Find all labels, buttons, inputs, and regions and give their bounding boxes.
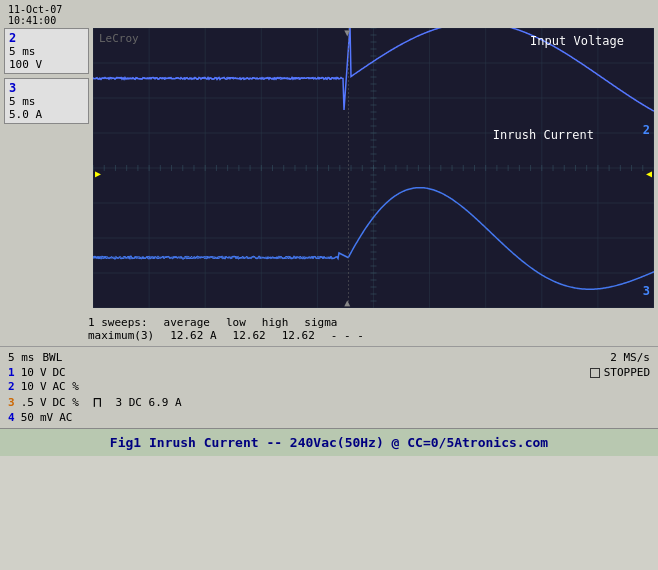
- ch1-unit: V: [40, 366, 47, 379]
- scope-area: 11-Oct-07 10:41:00 2 5 ms 100 V 3 5 ms 5…: [0, 0, 658, 312]
- ch3-volts: .5: [21, 396, 34, 409]
- channel-settings: 1 10 V DC 2 10 V AC % 3 .5 V: [8, 366, 182, 424]
- timebase-value: 5 ms: [8, 351, 35, 364]
- ch2-row: 2 10 V AC %: [8, 380, 182, 393]
- ch2-voltdiv: 100 V: [9, 58, 84, 71]
- square-wave-icon: ⊓: [93, 394, 101, 410]
- max-label: maximum(3): [88, 329, 154, 342]
- controls-area: 5 ms BWL 1 10 V DC 2 10 V AC %: [0, 346, 658, 428]
- ch2-ctrl-num: 2: [8, 380, 15, 393]
- ch3-row: 3 .5 V DC % ⊓ 3 DC 6.9 A: [8, 394, 182, 410]
- stopped-icon: [590, 368, 600, 378]
- sweeps-label: 1 sweeps:: [88, 316, 148, 329]
- ch2-screen-label: 2: [643, 123, 650, 137]
- avg-value: 12.62 A: [170, 329, 216, 342]
- site-label: tronics.com: [462, 435, 548, 450]
- ch4-volts: 50: [21, 411, 34, 424]
- ch3-screen-label: 3: [643, 284, 650, 298]
- waveform-canvas: [93, 28, 654, 308]
- ch4-ctrl-num: 4: [8, 411, 15, 424]
- ch3-unit: V: [40, 396, 47, 409]
- low-value: 12.62: [233, 329, 266, 342]
- status-badge: STOPPED: [590, 366, 650, 379]
- stats-data-row: maximum(3) 12.62 A 12.62 12.62 - - -: [8, 329, 650, 342]
- date: 11-Oct-07: [8, 4, 654, 15]
- stats-header-row: 1 sweeps: average low high sigma: [8, 316, 650, 329]
- trigger-right-arrow: ◀: [646, 168, 652, 179]
- timebase-row: 5 ms BWL: [8, 351, 182, 364]
- ch2-volts: 10: [21, 380, 34, 393]
- caption-bar: Fig1 Inrush Current -- 240Vac(50Hz) @ CC…: [0, 428, 658, 456]
- scope-screen: LeCroy Input Voltage Inrush Current 2 3 …: [93, 28, 654, 308]
- stats-bar: 1 sweeps: average low high sigma maximum…: [0, 312, 658, 346]
- high-value: 12.62: [282, 329, 315, 342]
- brand-label: LeCroy: [99, 32, 139, 45]
- channel-info: 2 5 ms 100 V 3 5 ms 5.0 A: [4, 28, 89, 308]
- sigma-value: - - -: [331, 329, 364, 342]
- ch3-number: 3: [9, 81, 84, 95]
- inrush-label: Inrush Current: [493, 128, 594, 142]
- avg-header: average: [164, 316, 210, 329]
- left-controls: 5 ms BWL 1 10 V DC 2 10 V AC %: [8, 351, 182, 424]
- ch3-ctrl-num: 3: [8, 396, 15, 409]
- main-container: 11-Oct-07 10:41:00 2 5 ms 100 V 3 5 ms 5…: [0, 0, 658, 570]
- ch2-coupling: AC %: [53, 380, 80, 393]
- ch4-coupling: AC: [59, 411, 72, 424]
- ch2-timediv: 5 ms: [9, 45, 84, 58]
- ch3-timediv: 5 ms: [9, 95, 84, 108]
- ch1-num: 1: [8, 366, 15, 379]
- low-header: low: [226, 316, 246, 329]
- ch1-row: 1 10 V DC: [8, 366, 182, 379]
- trigger-left-arrow: ▶: [95, 168, 101, 179]
- high-header: high: [262, 316, 289, 329]
- ch2-number: 2: [9, 31, 84, 45]
- time: 10:41:00: [8, 15, 654, 26]
- status-text: STOPPED: [604, 366, 650, 379]
- ch3-ampdiv: 5.0 A: [9, 108, 84, 121]
- ch4-row: 4 50 mV AC: [8, 411, 182, 424]
- sigma-header: sigma: [304, 316, 337, 329]
- caption-text: Fig1 Inrush Current -- 240Vac(50Hz) @ CC…: [110, 435, 548, 450]
- ch3-coupling: DC %: [53, 396, 80, 409]
- ch3-box: 3 5 ms 5.0 A: [4, 78, 89, 124]
- ch2-box: 2 5 ms 100 V: [4, 28, 89, 74]
- scope-display: 2 5 ms 100 V 3 5 ms 5.0 A LeCroy Input V…: [4, 28, 654, 308]
- input-voltage-label: Input Voltage: [530, 34, 624, 48]
- ch3-dc-value: 3 DC 6.9 A: [115, 396, 181, 409]
- ch1-volts: 10: [21, 366, 34, 379]
- ch1-coupling: DC: [53, 366, 66, 379]
- ch4-unit: mV: [40, 411, 53, 424]
- bwl-label: BWL: [43, 351, 63, 364]
- datetime: 11-Oct-07 10:41:00: [4, 4, 654, 28]
- sample-rate: 2 MS/s: [610, 351, 650, 364]
- caption-main: Fig1 Inrush Current -- 240Vac(50Hz) @ CC…: [110, 435, 462, 450]
- right-controls: 2 MS/s STOPPED: [590, 351, 650, 379]
- ch2-unit: V: [40, 380, 47, 393]
